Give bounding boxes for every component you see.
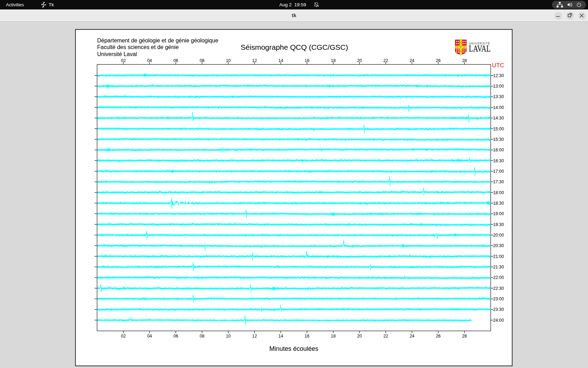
svg-text:14: 14 (278, 334, 283, 339)
svg-text:14:30: 14:30 (493, 116, 504, 121)
svg-text:15:30: 15:30 (493, 137, 504, 142)
svg-text:23:30: 23:30 (493, 307, 504, 312)
svg-text:18: 18 (331, 334, 336, 339)
svg-text:17:30: 17:30 (493, 179, 504, 184)
svg-text:23:00: 23:00 (493, 297, 504, 301)
svg-text:16:30: 16:30 (493, 158, 504, 163)
svg-text:17:00: 17:00 (493, 169, 504, 174)
svg-text:Faculté des sciences et de gén: Faculté des sciences et de génie (97, 44, 179, 50)
svg-text:Université Laval: Université Laval (97, 51, 137, 57)
svg-text:UTC: UTC (492, 62, 504, 69)
svg-text:10: 10 (226, 334, 231, 339)
svg-text:13:30: 13:30 (493, 94, 504, 99)
svg-text:LAVAL: LAVAL (469, 44, 491, 53)
svg-text:12: 12 (252, 58, 257, 63)
svg-text:21:30: 21:30 (493, 265, 504, 270)
svg-text:14:00: 14:00 (493, 105, 504, 110)
svg-text:08: 08 (200, 334, 204, 339)
svg-text:22: 22 (383, 58, 388, 63)
svg-text:06: 06 (173, 58, 178, 63)
svg-text:13:00: 13:00 (493, 84, 504, 89)
svg-text:12:30: 12:30 (493, 73, 504, 78)
svg-text:06: 06 (173, 334, 178, 339)
svg-text:04: 04 (147, 58, 152, 63)
svg-text:16: 16 (304, 58, 309, 63)
svg-text:22: 22 (383, 334, 388, 339)
svg-text:20: 20 (357, 58, 362, 63)
svg-text:04: 04 (147, 334, 152, 339)
svg-text:26: 26 (436, 334, 441, 339)
svg-text:21:00: 21:00 (493, 254, 504, 259)
svg-text:10: 10 (226, 58, 231, 63)
svg-text:16: 16 (304, 334, 309, 339)
svg-text:18:00: 18:00 (493, 190, 504, 195)
svg-text:28: 28 (462, 58, 467, 63)
svg-text:18: 18 (331, 58, 336, 63)
svg-text:02: 02 (121, 58, 126, 63)
svg-text:Département de géologie et de: Département de géologie et de génie géol… (97, 38, 218, 43)
svg-text:19:00: 19:00 (493, 211, 504, 216)
svg-text:Minutes écoulées: Minutes écoulées (269, 345, 318, 352)
svg-text:12: 12 (252, 334, 257, 339)
svg-text:24:00: 24:00 (493, 318, 504, 323)
svg-text:24: 24 (410, 58, 414, 63)
svg-text:20: 20 (357, 334, 362, 339)
svg-text:Séismographe QCQ (CGC/GSC): Séismographe QCQ (CGC/GSC) (241, 43, 348, 51)
svg-text:26: 26 (436, 58, 441, 63)
svg-text:24: 24 (410, 334, 414, 339)
svg-text:08: 08 (200, 58, 204, 63)
svg-text:20:00: 20:00 (493, 233, 504, 238)
svg-text:16:00: 16:00 (493, 148, 504, 152)
svg-text:14: 14 (278, 58, 283, 63)
svg-text:22:00: 22:00 (493, 275, 504, 280)
svg-text:15:00: 15:00 (493, 127, 504, 131)
svg-text:20:30: 20:30 (493, 243, 504, 248)
svg-text:22:30: 22:30 (493, 286, 504, 291)
svg-text:19:30: 19:30 (493, 222, 504, 227)
svg-text:02: 02 (121, 334, 126, 339)
svg-text:28: 28 (462, 334, 467, 339)
svg-text:18:30: 18:30 (493, 201, 504, 206)
